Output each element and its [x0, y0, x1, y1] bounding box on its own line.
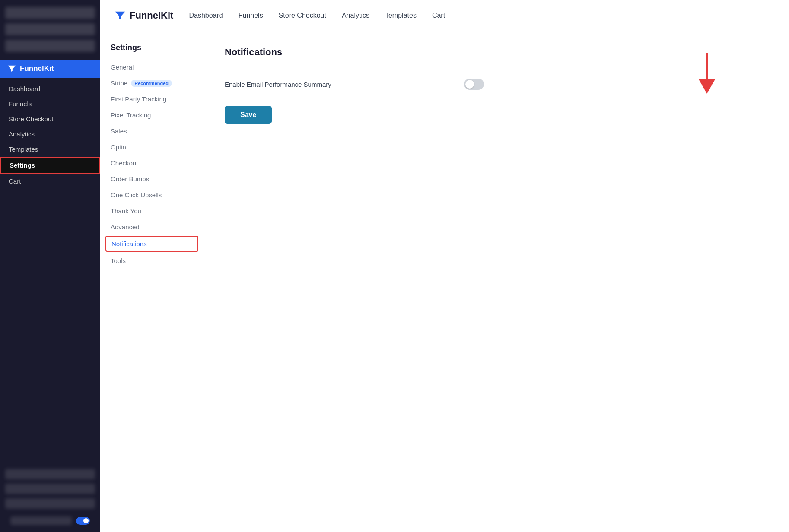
sidebar-blurred-1: [5, 7, 95, 19]
toggle-label-email-summary: Enable Email Performance Summary: [225, 81, 331, 88]
sidebar-item-analytics[interactable]: Analytics: [0, 127, 100, 142]
settings-sidebar: Settings General Stripe Recommended Firs…: [100, 31, 204, 532]
topnav-links: Dashboard Funnels Store Checkout Analyti…: [189, 10, 445, 21]
funnelkit-logo-icon: [7, 64, 16, 73]
topnav-link-store-checkout[interactable]: Store Checkout: [279, 10, 326, 21]
settings-nav-notifications[interactable]: Notifications: [105, 236, 198, 252]
svg-marker-1: [698, 79, 716, 94]
sidebar-brand-label: FunnelKit: [20, 64, 54, 73]
settings-nav-advanced[interactable]: Advanced: [100, 219, 204, 235]
sidebar-blurred-6: [5, 498, 95, 509]
sidebar-item-funnels[interactable]: Funnels: [0, 96, 100, 111]
topnav-link-analytics[interactable]: Analytics: [342, 10, 369, 21]
settings-nav-general[interactable]: General: [100, 59, 204, 75]
settings-nav-stripe[interactable]: Stripe Recommended: [100, 75, 204, 91]
settings-title: Settings: [100, 43, 204, 59]
settings-nav-sales[interactable]: Sales: [100, 123, 204, 139]
settings-nav-one-click-upsells[interactable]: One Click Upsells: [100, 187, 204, 203]
stripe-recommended-badge: Recommended: [131, 80, 172, 87]
settings-nav-optin[interactable]: Optin: [100, 139, 204, 155]
sidebar-nav: Dashboard Funnels Store Checkout Analyti…: [0, 78, 100, 192]
sidebar-item-store-checkout[interactable]: Store Checkout: [0, 111, 100, 127]
topnav-link-funnels[interactable]: Funnels: [239, 10, 263, 21]
save-button[interactable]: Save: [225, 106, 272, 124]
settings-content: Notifications Enable Email Performance S…: [204, 31, 789, 532]
main-area: FunnelKit Dashboard Funnels Store Checko…: [100, 0, 789, 532]
sidebar-item-cart[interactable]: Cart: [0, 174, 100, 189]
sidebar-item-templates[interactable]: Templates: [0, 142, 100, 157]
topnav-brand-label: FunnelKit: [130, 10, 173, 21]
settings-nav-pixel-tracking[interactable]: Pixel Tracking: [100, 107, 204, 123]
topnav-link-dashboard[interactable]: Dashboard: [189, 10, 223, 21]
sidebar-blurred-5: [5, 484, 95, 494]
sidebar-mini-toggle[interactable]: [76, 517, 90, 525]
settings-nav-first-party[interactable]: First Party Tracking: [100, 91, 204, 107]
toggle-row-email-summary: Enable Email Performance Summary: [225, 73, 484, 95]
sidebar-item-dashboard[interactable]: Dashboard: [0, 81, 100, 96]
red-arrow-annotation: [694, 53, 720, 98]
topnav: FunnelKit Dashboard Funnels Store Checko…: [100, 0, 789, 31]
sidebar-toggle-item: [5, 513, 95, 529]
section-title: Notifications: [225, 47, 768, 58]
settings-nav-order-bumps[interactable]: Order Bumps: [100, 171, 204, 187]
topnav-logo-icon: [114, 10, 126, 22]
sidebar-blurred-4: [5, 469, 95, 479]
settings-nav-thank-you[interactable]: Thank You: [100, 203, 204, 219]
sidebar: FunnelKit Dashboard Funnels Store Checko…: [0, 0, 100, 532]
sidebar-blurred-2: [5, 23, 95, 35]
topnav-link-templates[interactable]: Templates: [385, 10, 417, 21]
sidebar-brand[interactable]: FunnelKit: [0, 60, 100, 78]
sidebar-blurred-3: [5, 40, 95, 52]
email-summary-toggle[interactable]: [464, 79, 484, 90]
settings-nav-tools[interactable]: Tools: [100, 253, 204, 269]
topnav-link-cart[interactable]: Cart: [432, 10, 445, 21]
settings-nav-checkout[interactable]: Checkout: [100, 155, 204, 171]
sidebar-blurred-7: [10, 516, 72, 525]
topnav-brand[interactable]: FunnelKit: [114, 10, 173, 22]
sidebar-item-settings[interactable]: Settings: [0, 157, 100, 174]
content-area: Settings General Stripe Recommended Firs…: [100, 31, 789, 532]
